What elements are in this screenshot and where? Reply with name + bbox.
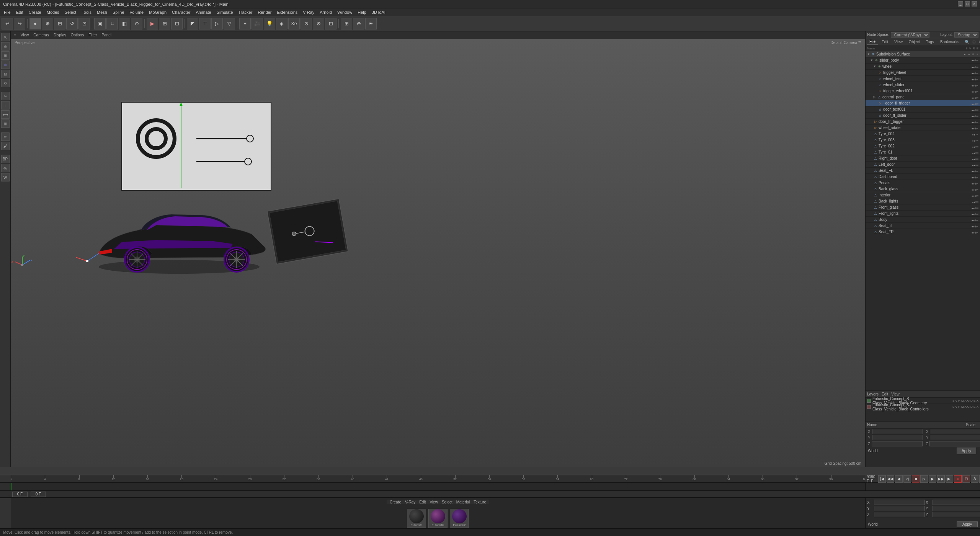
coord-input-y-pos[interactable] <box>872 435 923 440</box>
goto-start-btn[interactable]: |◀ <box>878 475 886 483</box>
select-tool-button[interactable]: ● <box>29 18 41 29</box>
rect-select-btn[interactable]: ⊞ <box>1 51 10 60</box>
menu-tools[interactable]: Tools <box>79 9 94 15</box>
menu-simulate[interactable]: Simulate <box>214 9 235 15</box>
snap-button[interactable]: ⊡ <box>325 18 336 29</box>
bottom-apply-button[interactable]: Apply <box>957 521 978 527</box>
record-settings-btn[interactable]: ⊡ <box>962 475 970 483</box>
rp-tab-object[interactable]: Object <box>906 39 922 45</box>
props-tab-scale[interactable]: Scale <box>966 423 975 427</box>
minimize-button[interactable]: _ <box>958 1 963 7</box>
tree-item-left-door[interactable]: △ Left_door ●●×× <box>866 162 980 168</box>
menu-window[interactable]: Window <box>335 9 354 15</box>
interactive-render-button[interactable]: ⊡ <box>171 18 183 29</box>
menu-volume[interactable]: Volume <box>127 9 146 15</box>
bc-input-x[interactable] <box>874 500 925 505</box>
transform-button[interactable]: ⊡ <box>78 18 90 29</box>
tree-item-seat-fr[interactable]: △ Seat_FR ●●⊕× <box>866 229 980 235</box>
tree-item-tyre-004[interactable]: △ Tyre_004 ●●×× <box>866 131 980 137</box>
tree-item-seat-fl[interactable]: △ Seat_FL ●●⊕× <box>866 168 980 174</box>
timeline-ruler[interactable]: 0481216202428323640444852566064687276808… <box>11 475 865 482</box>
auto-key-btn[interactable]: A <box>971 475 978 483</box>
vp-toggle-btn[interactable]: ≡ <box>12 33 18 38</box>
view-mode-right[interactable]: ▷ <box>211 18 223 29</box>
window-controls[interactable]: _ □ × <box>958 1 977 7</box>
coord-input-y-rot[interactable] <box>930 435 980 440</box>
menu-animate[interactable]: Animate <box>193 9 213 15</box>
next-key-btn[interactable]: ▶▶ <box>937 475 945 483</box>
xpresso-button[interactable]: Xe <box>288 18 300 29</box>
render-to-po-button[interactable]: ⊞ <box>159 18 170 29</box>
scale-left-btn[interactable]: ⊡ <box>1 70 10 78</box>
coord-input-x-rot[interactable] <box>930 429 980 434</box>
prev-frame-btn[interactable]: ◀ <box>895 475 903 483</box>
edge-mode-button[interactable]: ⌗ <box>106 18 118 29</box>
tree-item-back-lights[interactable]: △ Back_lights ●●×× <box>866 198 980 204</box>
bottom-tab-vray[interactable]: V-Ray <box>403 500 417 505</box>
tree-item-front-glass[interactable]: △ Front_glass ●●⊕× <box>866 204 980 211</box>
maximize-button[interactable]: □ <box>965 1 970 7</box>
bottom-tab-select[interactable]: Select <box>440 500 454 505</box>
coord-input-z-pos[interactable] <box>872 441 923 446</box>
bottom-tab-view[interactable]: View <box>428 500 439 505</box>
tree-item-seat-fill[interactable]: △ Seat_fill ●●⊕× <box>866 223 980 229</box>
layout-dropdown[interactable]: Startup <box>954 32 978 38</box>
tree-item-dashboard[interactable]: △ Dashboard ●●⊕× <box>866 174 980 180</box>
point-mode-button[interactable]: ⊙ <box>131 18 142 29</box>
tree-item-tyre-003[interactable]: △ Tyre_003 ●●×× <box>866 137 980 143</box>
viewport[interactable]: ≡ View Cameras Display Options Filter Pa… <box>11 31 865 467</box>
lasso-btn[interactable]: ⊙ <box>1 42 10 51</box>
close-button[interactable]: × <box>972 1 977 7</box>
current-frame-input[interactable] <box>31 492 46 497</box>
light-button[interactable]: 💡 <box>264 18 275 29</box>
material-thumb-1[interactable]: Futuristc <box>407 509 426 528</box>
vp-options-btn[interactable]: Options <box>69 33 85 38</box>
scale-tool-button[interactable]: ⊞ <box>54 18 65 29</box>
menu-tracker[interactable]: Tracker <box>236 9 255 15</box>
layer-controllers[interactable]: Futuristic_Concept_S-Class_Vehicle_Black… <box>866 404 980 410</box>
tree-item-trigger-wheel001[interactable]: ▷ trigger_wheel001 ●●⊕× <box>866 88 980 94</box>
rp-filter-icon[interactable]: ⊞ <box>972 40 975 44</box>
menu-arnold[interactable]: Arnold <box>317 9 334 15</box>
node-space-dropdown[interactable]: Current (V-Ray) <box>891 32 929 38</box>
tree-item-right-door[interactable]: △ Right_door ●●×× <box>866 155 980 162</box>
bottom-tab-create[interactable]: Create <box>388 500 403 505</box>
object-mode-button[interactable]: ▣ <box>94 18 106 29</box>
bc-input-y[interactable] <box>874 506 925 511</box>
tree-item-wheel-rotate[interactable]: ▷ wheel_rotate ●●⊕× <box>866 125 980 131</box>
bc-input-x2[interactable] <box>933 500 980 505</box>
sculpt-btn[interactable]: ◎ <box>1 164 10 172</box>
rp-gear-icon[interactable]: ⚙ <box>978 40 980 44</box>
poly-mode-button[interactable]: ◧ <box>119 18 130 29</box>
menu-select[interactable]: Select <box>62 9 79 15</box>
view-mode-top[interactable]: ⊤ <box>199 18 211 29</box>
menu-extensions[interactable]: Extensions <box>274 9 300 15</box>
tree-item-slider-body[interactable]: ▼ ⊙ slider_body ●●⊕× <box>866 57 980 64</box>
extra-tool-2[interactable]: ⊕ <box>353 18 364 29</box>
play-reverse-btn[interactable]: ◁ <box>903 475 911 483</box>
layers-tab[interactable]: Layers <box>867 392 879 396</box>
rp-search-icon[interactable]: 🔍 <box>965 40 969 44</box>
move-tool-button[interactable]: ⊕ <box>42 18 53 29</box>
bridge-btn[interactable]: ⟷ <box>1 110 10 119</box>
tree-item-pedals[interactable]: △ Pedals ●●⊕× <box>866 180 980 186</box>
bc-input-z[interactable] <box>874 512 925 517</box>
props-tab-name[interactable]: Name <box>867 423 877 427</box>
rp-tab-file[interactable]: File <box>867 39 878 45</box>
redo-button[interactable]: ↪ <box>14 18 25 29</box>
weight-btn[interactable]: W <box>1 173 10 181</box>
tree-item-tyre-01[interactable]: △ Tyre_01 ●●×× <box>866 149 980 155</box>
vp-panel-btn[interactable]: Panel <box>100 33 113 38</box>
rotate-left-btn[interactable]: ↺ <box>1 79 10 87</box>
vp-cameras-btn[interactable]: Cameras <box>32 33 51 38</box>
extrude-btn[interactable]: ↑ <box>1 101 10 109</box>
rp-tab-bookmarks[interactable]: Bookmarks <box>938 39 962 45</box>
tree-item-wheel[interactable]: ▼ ⊙ wheel ●●⊕× <box>866 64 980 70</box>
material-button[interactable]: ◈ <box>276 18 287 29</box>
tree-item-interior[interactable]: △ Interior ●●⊕× <box>866 192 980 198</box>
tree-item-door-fl-trigger[interactable]: ▷ _door_fl_trigger ●●⊕× <box>866 100 980 106</box>
menu-help[interactable]: Help <box>355 9 369 15</box>
stop-btn[interactable]: ■ <box>912 475 920 483</box>
tree-item-front-lights[interactable]: △ Front_lights ●●⊕× <box>866 211 980 217</box>
bc-input-z2[interactable] <box>933 512 980 517</box>
